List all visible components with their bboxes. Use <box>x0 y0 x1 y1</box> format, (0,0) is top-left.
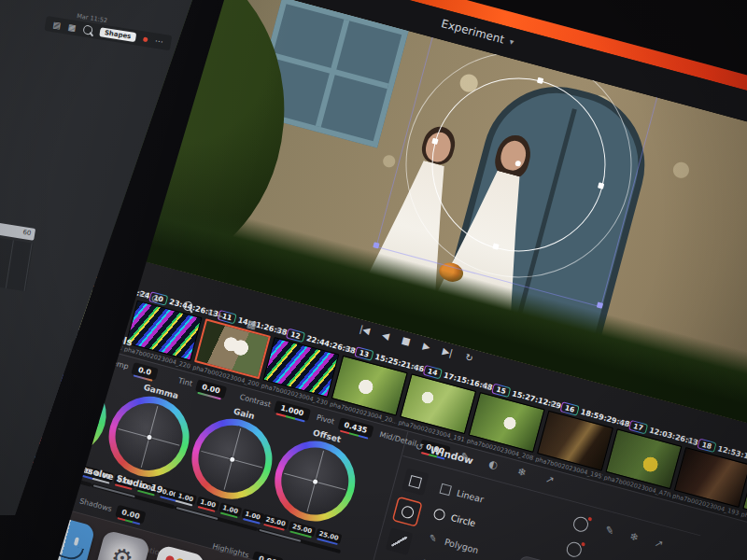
tracker-icon[interactable]: ⊙ <box>149 292 161 306</box>
prev-clip-button[interactable]: |◀ <box>359 324 372 336</box>
window-instance-icon[interactable] <box>571 515 590 534</box>
more-icon[interactable]: ⋯ <box>154 36 163 47</box>
next-clip-button[interactable]: ▶| <box>442 345 455 357</box>
stop-button[interactable]: ■ <box>401 335 412 347</box>
step-back-button[interactable]: ◀ <box>381 329 390 342</box>
secondary-toolbar: ▤ ▦ Shapes ⋯ <box>44 16 172 50</box>
launchpad-icon[interactable] <box>148 544 205 560</box>
clip-track-label: V1 <box>275 327 286 336</box>
clip-track-label: V1 <box>549 400 559 410</box>
reset-window-icon[interactable]: ↺ <box>414 440 425 453</box>
window-instance-list: ◧ ▲ <box>550 515 590 560</box>
gradient-window-button[interactable] <box>386 527 413 554</box>
transform-snowflake-icon[interactable]: ❄ <box>628 530 640 544</box>
transform-arrow-icon[interactable]: ↗ <box>653 537 664 551</box>
window-instance-icon[interactable] <box>565 540 584 559</box>
play-button[interactable]: ▶ <box>422 341 431 353</box>
pen-icon[interactable]: ✎ <box>459 450 471 464</box>
linear-window-button[interactable] <box>402 469 429 496</box>
mask-half-icon[interactable]: ◐ <box>487 457 500 471</box>
secondary-timeline-ruler: 60 <box>0 217 35 241</box>
chevron-down-icon: ▾ <box>508 37 514 48</box>
loop-button[interactable]: ↻ <box>464 352 474 364</box>
clip-track-label: V1 <box>413 363 423 372</box>
circle-window-button[interactable] <box>393 498 420 525</box>
clip-track-label: V1 <box>686 437 697 446</box>
secondary-timeline-grid <box>0 231 34 291</box>
transform-pen-icon[interactable]: ✎ <box>604 524 615 538</box>
magnify-icon[interactable] <box>182 301 193 312</box>
arrow-icon[interactable]: ↗ <box>544 473 556 487</box>
list-icon[interactable]: ▤ <box>52 20 62 30</box>
snowflake-icon[interactable]: ❄ <box>516 466 528 480</box>
clip-track-label: V1 <box>618 418 628 427</box>
search-icon[interactable] <box>82 24 92 35</box>
shapes-button[interactable]: Shapes <box>99 27 136 42</box>
clip-track-label: V2 <box>344 345 354 355</box>
system-settings-icon[interactable]: ⚙ <box>93 529 150 560</box>
clip-track-label: V2 <box>481 382 491 391</box>
add-node-icon[interactable]: + <box>214 309 225 323</box>
grid-icon[interactable]: ▦ <box>67 22 77 33</box>
record-indicator-icon <box>143 36 148 42</box>
photo-of-monitor: Experiment ▾ Lieke_Imane... <box>0 0 747 560</box>
